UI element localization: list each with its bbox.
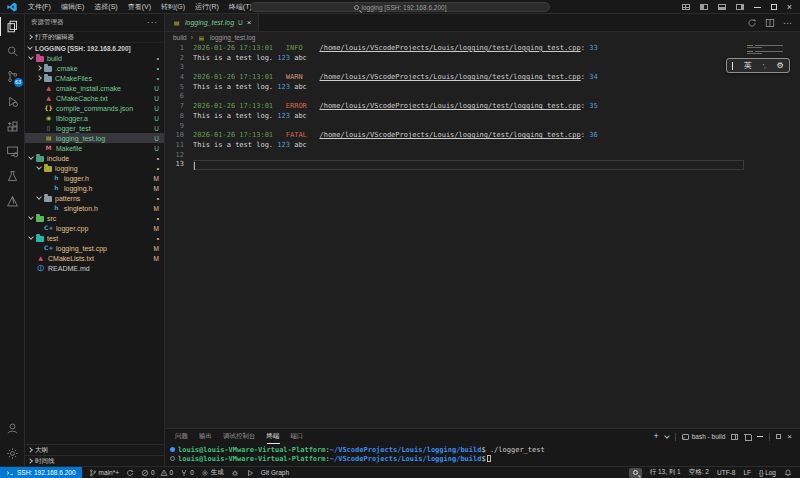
sidebar-more-actions-icon[interactable]: ···: [147, 18, 158, 27]
cmake-debug-button[interactable]: [231, 469, 239, 477]
terminal-list-item[interactable]: >_ bash - build: [682, 433, 726, 440]
ports-status[interactable]: 0: [180, 469, 194, 477]
customize-layout-icon[interactable]: [682, 4, 690, 10]
menu-选择S[interactable]: 选择(S): [89, 2, 122, 12]
activity-run-debug[interactable]: [0, 89, 25, 114]
panel-tab-问题[interactable]: 问题: [175, 429, 188, 444]
tree-item-compile_commands.json[interactable]: {}compile_commands.jsonU: [25, 103, 164, 113]
activity-search[interactable]: [0, 39, 25, 64]
panel-tab-端口[interactable]: 端口: [291, 429, 304, 444]
command-decoration-icon[interactable]: [170, 447, 175, 452]
tree-item-CMakeLists.txt[interactable]: ▲CMakeLists.txtM: [25, 253, 164, 263]
refresh-icon[interactable]: [747, 18, 757, 28]
tree-item-patterns[interactable]: patterns•: [25, 193, 164, 203]
panel-tab-终端[interactable]: 终端: [267, 429, 280, 444]
tree-item-Makefile[interactable]: MMakefileU: [25, 143, 164, 153]
activity-cmake[interactable]: [0, 189, 25, 214]
maximize-panel-icon[interactable]: [776, 434, 781, 439]
tree-item-logging_test.cpp[interactable]: C+logging_test.cppM: [25, 243, 164, 253]
toggle-panel-icon[interactable]: [718, 4, 726, 10]
tree-item-CMakeFiles[interactable]: CMakeFiles•: [25, 73, 164, 83]
git-status-badge: •: [157, 75, 164, 82]
git-graph-button[interactable]: Git Graph: [261, 469, 289, 476]
toggle-secondary-sidebar-icon[interactable]: [736, 4, 744, 10]
terminal-dropdown-icon[interactable]: [664, 433, 670, 439]
tree-item-test[interactable]: test•: [25, 233, 164, 243]
ime-punctuation-toggle[interactable]: ’,: [763, 63, 766, 69]
problems-status[interactable]: 0 0: [141, 469, 173, 477]
log-segment-msg: [303, 73, 320, 81]
eol-status[interactable]: LF: [743, 469, 751, 476]
activity-remote-explorer[interactable]: [0, 139, 25, 164]
tree-item-cmake_install.cmake[interactable]: ▲cmake_install.cmakeU: [25, 83, 164, 93]
toggle-sidebar-icon[interactable]: [700, 4, 708, 10]
command-decoration-icon[interactable]: [170, 456, 175, 461]
tree-item-singleton.h[interactable]: hsingleton.hM: [25, 203, 164, 213]
activity-source-control[interactable]: 63: [0, 64, 25, 89]
panel-tab-调试控制台[interactable]: 调试控制台: [223, 429, 256, 444]
menu-文件F[interactable]: 文件(F): [23, 2, 56, 12]
tree-item-src[interactable]: src•: [25, 213, 164, 223]
open-editors-section[interactable]: 打开的编辑器: [25, 31, 164, 42]
menu-运行R[interactable]: 运行(R): [190, 2, 224, 12]
tree-item-logging_test.log[interactable]: ▤logging_test.logU: [25, 133, 164, 143]
screencast-zoom-indicator[interactable]: [629, 468, 642, 478]
tree-item-CMakeCache.txt[interactable]: ▲CMakeCache.txtU: [25, 93, 164, 103]
more-actions-icon[interactable]: ⋯: [783, 18, 792, 28]
minimize-button[interactable]: [754, 7, 761, 8]
tree-item-logger_test[interactable]: ▯logger_testU: [25, 123, 164, 133]
tree-item-liblogger.a[interactable]: ◉liblogger.aU: [25, 113, 164, 123]
tree-item-logger.cpp[interactable]: C+logger.cppM: [25, 223, 164, 233]
tree-item-README.md[interactable]: ⓘREADME.md: [25, 263, 164, 273]
split-terminal-icon[interactable]: [731, 434, 738, 440]
activity-explorer[interactable]: [0, 14, 25, 39]
tab-close-icon[interactable]: ×: [247, 18, 252, 27]
tree-item-build[interactable]: build•: [25, 53, 164, 63]
menu-查看V[interactable]: 查看(V): [123, 2, 156, 12]
ime-language-toggle[interactable]: 英: [744, 60, 752, 71]
breadcrumb[interactable]: build › ▤ logging_test.log: [165, 32, 800, 43]
tree-item-logging.h[interactable]: hlogging.hM: [25, 183, 164, 193]
activity-testing[interactable]: [0, 164, 25, 189]
editor-pane[interactable]: 12026-01-26 17:13:01 INFO /home/louis/VS…: [165, 43, 800, 428]
project-root-section[interactable]: LOGGING [SSH: 192.168.6.200]: [25, 42, 164, 53]
notifications-bell-icon[interactable]: [784, 469, 792, 477]
split-editor-icon[interactable]: [765, 18, 775, 28]
timeline-section[interactable]: 时间线: [25, 455, 164, 466]
command-center-search[interactable]: logging [SSH: 192.168.6.200]: [250, 2, 550, 12]
indentation-status[interactable]: 空格: 2: [689, 468, 709, 477]
breadcrumb-file[interactable]: logging_test.log: [210, 34, 256, 41]
tree-item-logging[interactable]: logging•: [25, 163, 164, 173]
hide-panel-icon[interactable]: [757, 436, 763, 437]
log-segment-num: 36: [585, 131, 598, 139]
close-panel-icon[interactable]: ×: [787, 432, 792, 441]
log-segment-num: 123: [277, 83, 290, 91]
tree-item-logger.h[interactable]: hlogger.hM: [25, 173, 164, 183]
language-mode-status[interactable]: {} Log: [759, 469, 776, 476]
activity-extensions[interactable]: [0, 114, 25, 139]
kill-terminal-icon[interactable]: [744, 433, 751, 440]
cursor-position-status[interactable]: 行 13, 列 1: [650, 468, 681, 477]
cmake-build-button[interactable]: 生成: [201, 468, 224, 477]
menu-转到G[interactable]: 转到(G): [156, 2, 190, 12]
activity-accounts[interactable]: [0, 416, 25, 441]
sync-status[interactable]: [126, 469, 134, 477]
breadcrumb-folder[interactable]: build: [173, 34, 187, 41]
cmake-launch-button[interactable]: [246, 469, 254, 477]
outline-section[interactable]: 大纲: [25, 444, 164, 455]
tab-logging-test-log[interactable]: ▤ logging_test.log U ×: [165, 14, 259, 31]
new-terminal-icon[interactable]: +: [653, 432, 658, 441]
tree-item-include[interactable]: include•: [25, 153, 164, 163]
menu-编辑E[interactable]: 编辑(E): [56, 2, 89, 12]
activity-settings[interactable]: [0, 441, 25, 466]
maximize-button[interactable]: [771, 4, 777, 10]
remote-indicator[interactable]: SSH: 192.168.6.200: [0, 467, 82, 478]
ime-settings-gear-icon[interactable]: ⚙: [776, 61, 783, 70]
git-branch-status[interactable]: main*+: [89, 469, 119, 477]
ime-toolbar[interactable]: 英 ’, ⚙: [726, 58, 790, 73]
encoding-status[interactable]: UTF-8: [717, 469, 735, 476]
panel-tab-输出[interactable]: 输出: [199, 429, 212, 444]
terminal-output[interactable]: louis@louis-VMware-Virtual-Platform:~/VS…: [165, 444, 800, 466]
tree-item-.cmake[interactable]: .cmake•: [25, 63, 164, 73]
close-window-button[interactable]: ×: [787, 3, 792, 12]
